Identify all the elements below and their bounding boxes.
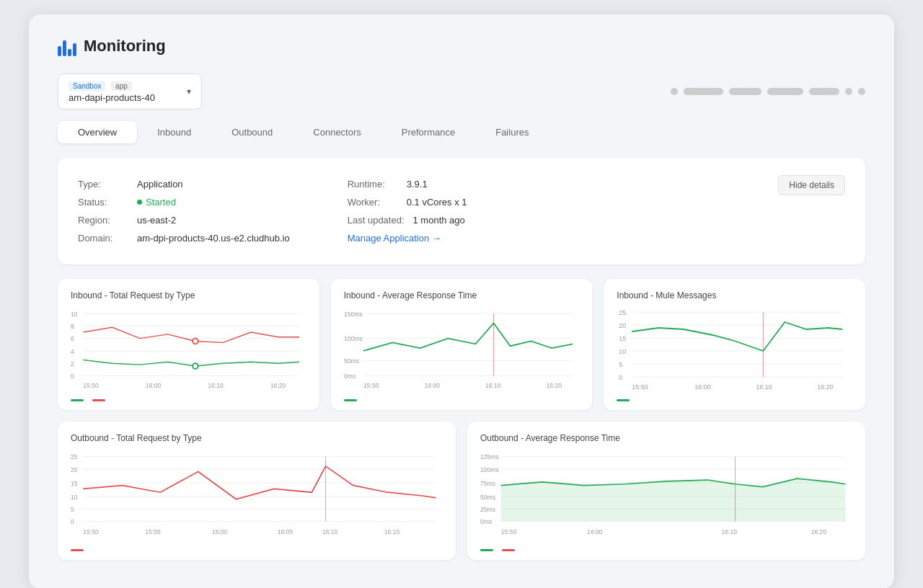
logo-bar-2 — [63, 40, 66, 56]
legend-red-3 — [502, 549, 515, 551]
app-container: Monitoring Sandbox app am-dapi-products-… — [29, 14, 894, 588]
svg-text:150ms: 150ms — [344, 311, 363, 318]
toolbar-pill-3 — [767, 88, 803, 95]
toolbar-dot-2 — [845, 88, 852, 95]
last-updated-label: Last updated: — [348, 215, 405, 226]
svg-text:25: 25 — [619, 309, 627, 316]
svg-text:0ms: 0ms — [480, 518, 492, 525]
domain-value: am-dpi-products-40.us-e2.cludhub.io — [137, 233, 290, 244]
svg-text:10: 10 — [71, 311, 78, 318]
svg-text:4: 4 — [71, 348, 74, 355]
svg-text:16:00: 16:00 — [212, 528, 228, 535]
svg-text:75ms: 75ms — [480, 480, 495, 487]
svg-text:15:50: 15:50 — [83, 528, 99, 535]
svg-text:50ms: 50ms — [344, 357, 359, 365]
region-label: Region: — [78, 215, 128, 226]
toolbar-pill-1 — [684, 88, 723, 95]
tab-failures[interactable]: Failures — [475, 121, 549, 143]
svg-text:16:15: 16:15 — [384, 528, 400, 535]
svg-text:16:10: 16:10 — [721, 528, 737, 535]
region-value: us-east-2 — [137, 215, 176, 226]
svg-text:15: 15 — [71, 480, 78, 487]
svg-text:16:00: 16:00 — [695, 383, 712, 391]
svg-text:16:00: 16:00 — [424, 382, 440, 389]
svg-text:0: 0 — [71, 518, 74, 525]
worker-row: Worker: 0.1 vCores x 1 — [348, 193, 560, 211]
details-actions: Hide details — [778, 175, 845, 195]
svg-text:16:20: 16:20 — [546, 382, 562, 389]
svg-text:0: 0 — [619, 374, 623, 381]
worker-label: Worker: — [348, 197, 398, 208]
last-updated-value: 1 month ago — [413, 215, 465, 226]
details-grid: Type: Application Status: Started Region… — [78, 175, 559, 247]
svg-text:15:55: 15:55 — [145, 528, 161, 535]
legend-red-2 — [71, 549, 84, 551]
svg-text:15: 15 — [619, 335, 627, 342]
svg-text:0ms: 0ms — [344, 373, 355, 380]
inbound-avg-response-area: 150ms 100ms 50ms 0ms 15:50 16:00 16:10 1… — [344, 306, 580, 395]
svg-text:16:05: 16:05 — [278, 528, 293, 535]
legend-green-1 — [71, 399, 84, 401]
status-dot-icon — [137, 200, 142, 205]
tab-overview[interactable]: Overview — [58, 121, 137, 143]
svg-text:125ms: 125ms — [480, 453, 499, 460]
env-selector[interactable]: Sandbox app am-dapi-products-40 ▾ — [58, 74, 202, 110]
legend-green-3 — [617, 399, 630, 401]
legend-green-4 — [480, 549, 493, 551]
svg-text:20: 20 — [619, 322, 627, 329]
svg-text:0: 0 — [71, 373, 74, 380]
toolbar-dot-3 — [858, 88, 865, 95]
inbound-avg-response-chart: Inbound - Average Response Time 150ms 10… — [331, 279, 593, 410]
tab-connectors[interactable]: Connectors — [293, 121, 381, 143]
outbound-total-request-area: 25 20 15 10 5 0 15:50 — [71, 449, 443, 545]
outbound-total-request-legend — [71, 549, 443, 551]
inbound-total-request-title: Inbound - Total Request by Type — [71, 290, 306, 300]
red-line-icon-2 — [71, 549, 84, 551]
inbound-total-request-chart: Inbound - Total Request by Type 10 8 6 4… — [58, 279, 319, 410]
svg-text:10: 10 — [71, 494, 78, 501]
outbound-avg-response-title: Outbound - Average Response Time — [480, 433, 852, 443]
svg-text:100ms: 100ms — [344, 335, 363, 342]
status-value: Started — [137, 197, 176, 208]
domain-row: Domain: am-dpi-products-40.us-e2.cludhub… — [78, 229, 290, 247]
green-line-icon-3 — [617, 399, 630, 401]
tab-inbound[interactable]: Inbound — [137, 121, 211, 143]
svg-text:25ms: 25ms — [480, 506, 495, 513]
tab-outbound[interactable]: Outbound — [211, 121, 293, 143]
green-line-icon-2 — [344, 399, 357, 401]
svg-text:16:00: 16:00 — [587, 528, 603, 535]
outbound-avg-response-area: 125ms 100ms 75ms 50ms 25ms 0ms — [480, 449, 852, 545]
header: Monitoring — [58, 36, 865, 56]
runtime-value: 3.9.1 — [407, 179, 428, 190]
type-value: Application — [137, 179, 183, 190]
tab-performance[interactable]: Preformance — [381, 121, 475, 143]
manage-application-link[interactable]: Manage Application → — [348, 233, 441, 244]
runtime-label: Runtime: — [348, 179, 398, 190]
svg-text:16:10: 16:10 — [485, 382, 501, 389]
manage-row: Manage Application → — [348, 229, 560, 247]
toolbar: Sandbox app am-dapi-products-40 ▾ — [58, 74, 865, 110]
svg-text:15:50: 15:50 — [83, 382, 99, 389]
logo-icon — [58, 36, 76, 56]
inbound-mule-title: Inbound - Mule Messages — [617, 290, 852, 300]
toolbar-pill-4 — [809, 88, 839, 95]
status-row: Status: Started — [78, 193, 290, 211]
type-row: Type: Application — [78, 175, 290, 193]
toolbar-pill-2 — [729, 88, 761, 95]
svg-point-13 — [193, 363, 198, 369]
svg-text:15:50: 15:50 — [363, 382, 379, 389]
svg-text:15:50: 15:50 — [632, 383, 649, 391]
svg-text:5: 5 — [71, 506, 74, 513]
svg-text:16:00: 16:00 — [146, 382, 162, 389]
toolbar-dot-1 — [671, 88, 678, 95]
hide-details-button[interactable]: Hide details — [778, 175, 845, 195]
sandbox-badge: Sandbox — [69, 81, 105, 91]
inbound-avg-response-legend — [344, 399, 580, 401]
svg-text:16:10: 16:10 — [756, 383, 773, 391]
svg-text:5: 5 — [619, 361, 623, 368]
svg-text:16:10: 16:10 — [208, 382, 224, 389]
svg-text:2: 2 — [71, 360, 74, 368]
region-row: Region: us-east-2 — [78, 211, 290, 229]
green-line-icon-4 — [480, 549, 493, 551]
svg-text:15:50: 15:50 — [501, 528, 517, 535]
